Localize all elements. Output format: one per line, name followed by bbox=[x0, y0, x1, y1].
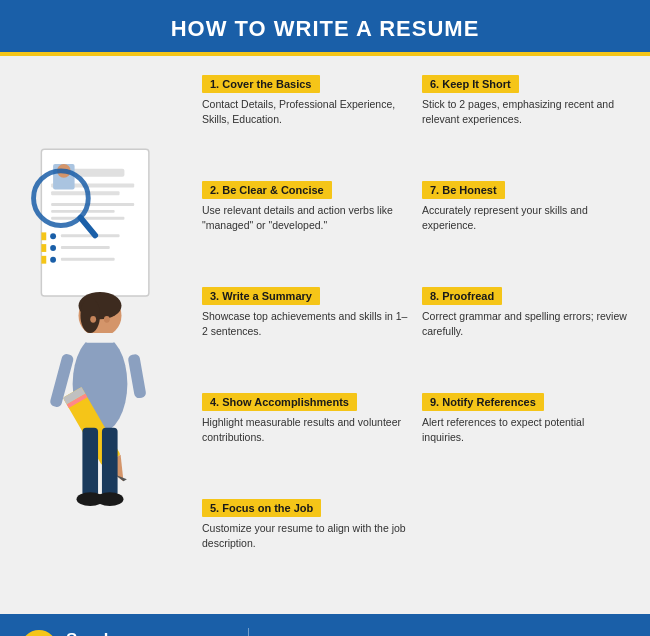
tip-7-desc: Accurately represent your skills and exp… bbox=[422, 203, 628, 232]
svg-rect-11 bbox=[41, 256, 46, 264]
svg-rect-35 bbox=[102, 428, 118, 496]
tip-empty-col2-row5 bbox=[420, 495, 630, 599]
svg-point-23 bbox=[80, 298, 100, 333]
svg-rect-16 bbox=[61, 246, 110, 249]
svg-point-24 bbox=[90, 316, 96, 323]
svg-point-37 bbox=[96, 492, 123, 506]
tip-9-desc: Alert references to expect potential inq… bbox=[422, 415, 628, 444]
svg-point-25 bbox=[104, 316, 110, 323]
svg-rect-15 bbox=[61, 234, 120, 237]
svg-point-13 bbox=[50, 245, 56, 251]
tip-item-2: 2. Be Clear & Concise Use relevant detai… bbox=[200, 177, 410, 281]
tip-8-title: 8. Proofread bbox=[422, 287, 502, 305]
resume-illustration bbox=[10, 120, 190, 550]
svg-point-38 bbox=[21, 630, 57, 636]
tip-2-desc: Use relevant details and action verbs li… bbox=[202, 203, 408, 232]
svg-rect-17 bbox=[61, 258, 115, 261]
tip-6-desc: Stick to 2 pages, emphasizing recent and… bbox=[422, 97, 628, 126]
svg-rect-28 bbox=[127, 354, 146, 399]
tip-item-4: 4. Show Accomplishments Highlight measur… bbox=[200, 389, 410, 493]
tip-6-title: 6. Keep It Short bbox=[422, 75, 519, 93]
tip-9-title: 9. Notify References bbox=[422, 393, 544, 411]
svg-rect-9 bbox=[41, 232, 46, 240]
tip-7-title: 7. Be Honest bbox=[422, 181, 505, 199]
page-footer: Sundance college What You Need to Know A… bbox=[0, 614, 650, 636]
page-header: HOW TO WRITE A RESUME bbox=[0, 0, 650, 56]
main-content: 1. Cover the Basics Contact Details, Pro… bbox=[0, 56, 650, 614]
footer-divider bbox=[248, 628, 249, 636]
tip-item-6: 6. Keep It Short Stick to 2 pages, empha… bbox=[420, 71, 630, 175]
footer-logo-area: Sundance college bbox=[20, 629, 147, 636]
svg-rect-6 bbox=[51, 217, 124, 220]
svg-rect-26 bbox=[85, 333, 114, 343]
tip-1-title: 1. Cover the Basics bbox=[202, 75, 320, 93]
svg-rect-10 bbox=[41, 244, 46, 252]
tip-item-1: 1. Cover the Basics Contact Details, Pro… bbox=[200, 71, 410, 175]
svg-rect-34 bbox=[82, 428, 98, 496]
svg-point-14 bbox=[50, 257, 56, 263]
tip-item-7: 7. Be Honest Accurately represent your s… bbox=[420, 177, 630, 281]
tip-item-9: 9. Notify References Alert references to… bbox=[420, 389, 630, 493]
illustration-panel bbox=[0, 66, 200, 604]
tip-item-3: 3. Write a Summary Showcase top achievem… bbox=[200, 283, 410, 387]
tips-grid: 1. Cover the Basics Contact Details, Pro… bbox=[200, 66, 640, 604]
tip-1-desc: Contact Details, Professional Experience… bbox=[202, 97, 408, 126]
tip-item-8: 8. Proofread Correct grammar and spellin… bbox=[420, 283, 630, 387]
tip-2-title: 2. Be Clear & Concise bbox=[202, 181, 332, 199]
page-title: HOW TO WRITE A RESUME bbox=[20, 16, 630, 42]
brand-name: Sundance college bbox=[66, 630, 147, 636]
svg-point-12 bbox=[50, 233, 56, 239]
tip-8-desc: Correct grammar and spelling errors; rev… bbox=[422, 309, 628, 338]
svg-rect-4 bbox=[51, 203, 134, 206]
tip-item-5: 5. Focus on the Job Customize your resum… bbox=[200, 495, 410, 599]
tip-3-desc: Showcase top achievements and skills in … bbox=[202, 309, 408, 338]
footer-brand-text: Sundance college bbox=[66, 630, 147, 636]
tip-5-title: 5. Focus on the Job bbox=[202, 499, 321, 517]
tip-4-desc: Highlight measurable results and volunte… bbox=[202, 415, 408, 444]
sundance-logo-icon bbox=[20, 629, 58, 636]
tip-4-title: 4. Show Accomplishments bbox=[202, 393, 357, 411]
tip-3-title: 3. Write a Summary bbox=[202, 287, 320, 305]
tip-5-desc: Customize your resume to align with the … bbox=[202, 521, 408, 550]
